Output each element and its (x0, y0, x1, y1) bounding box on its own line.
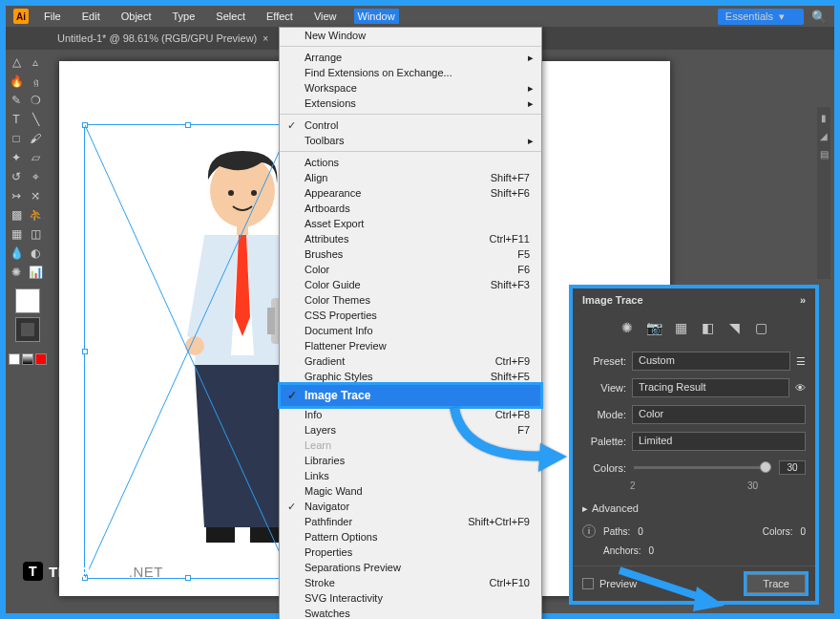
preset-lowcolor-icon[interactable]: ▦ (672, 319, 689, 336)
selection-tool[interactable]: △ (8, 53, 25, 71)
menu-color-guide[interactable]: Color GuideShift+F3 (280, 277, 541, 292)
gradient-tool[interactable]: ◫ (27, 225, 44, 243)
menu-svg-interactivity[interactable]: SVG Interactivity (280, 590, 541, 606)
rotate-tool[interactable]: ↺ (8, 168, 25, 185)
preset-select[interactable]: Custom (632, 352, 790, 371)
slider-knob[interactable] (760, 461, 771, 473)
menu-view[interactable]: View (310, 9, 341, 24)
mode-color[interactable] (9, 353, 20, 365)
shaper-tool[interactable]: ✦ (8, 149, 25, 166)
palette-select[interactable]: Limited (632, 432, 806, 451)
menu-properties[interactable]: Properties (280, 544, 541, 560)
close-tab-icon[interactable]: × (262, 33, 268, 44)
preset-bw-icon[interactable]: ◥ (725, 319, 743, 336)
checkbox-icon[interactable] (582, 578, 594, 589)
rectangle-tool[interactable]: □ (8, 130, 25, 147)
column-graph-tool[interactable]: 📊 (27, 264, 44, 281)
menu-align[interactable]: AlignShift+F7 (280, 170, 541, 185)
scale-tool[interactable]: ⌖ (27, 168, 44, 185)
paintbrush-tool[interactable]: 🖌 (27, 130, 44, 147)
preset-auto-icon[interactable]: ✺ (619, 319, 636, 336)
menu-separations-preview[interactable]: Separations Preview (280, 560, 541, 575)
menu-swatches[interactable]: Swatches (280, 606, 541, 619)
menu-css-properties[interactable]: CSS Properties (280, 308, 541, 323)
menu-gradient[interactable]: GradientCtrl+F9 (280, 353, 541, 369)
free-transform-tool[interactable]: ⤨ (27, 187, 44, 204)
width-tool[interactable]: ↣ (8, 187, 25, 204)
menu-pattern-options[interactable]: Pattern Options (280, 529, 541, 544)
menu-brushes[interactable]: BrushesF5 (280, 246, 541, 262)
menu-actions[interactable]: Actions (280, 155, 541, 170)
symbol-sprayer-tool[interactable]: ✺ (8, 264, 25, 281)
eyedropper-tool[interactable]: 💧 (8, 245, 25, 262)
view-select[interactable]: Tracing Result (632, 378, 789, 397)
eye-icon[interactable]: 👁 (795, 382, 806, 394)
preset-outline-icon[interactable]: ▢ (752, 319, 769, 336)
menu-magic-wand[interactable]: Magic Wand (280, 483, 541, 499)
menu-workspace[interactable]: Workspace (280, 80, 541, 96)
menu-color-themes[interactable]: Color Themes (280, 292, 541, 308)
panel-header[interactable]: Image Trace » (573, 288, 815, 311)
menu-color[interactable]: ColorF6 (280, 262, 541, 277)
menu-control[interactable]: Control (280, 117, 541, 133)
selection-box (84, 124, 292, 579)
preset-photo-icon[interactable]: 📷 (645, 319, 662, 336)
menu-toolbars[interactable]: Toolbars (280, 133, 541, 148)
menu-arrange[interactable]: Arrange (280, 50, 541, 65)
magic-wand-tool[interactable]: 🔥 (8, 73, 25, 90)
strip-icon[interactable]: ▤ (820, 149, 829, 160)
menu-document-info[interactable]: Document Info (280, 323, 541, 338)
menu-type[interactable]: Type (169, 9, 200, 24)
eraser-tool[interactable]: ▱ (27, 149, 44, 166)
workspace-switcher[interactable]: Essentials (718, 9, 804, 25)
strip-icon[interactable]: ◢ (820, 131, 828, 141)
direct-selection-tool[interactable]: ▵ (27, 53, 44, 71)
trace-button[interactable]: Trace (746, 574, 806, 593)
search-icon[interactable]: 🔍 (811, 10, 827, 24)
curvature-tool[interactable]: ❍ (27, 92, 44, 109)
mode-select[interactable]: Color (632, 405, 806, 424)
shape-builder-tool[interactable]: ▩ (8, 206, 25, 224)
menu-pathfinder[interactable]: PathfinderShift+Ctrl+F9 (280, 514, 541, 529)
svg-line-11 (620, 570, 705, 599)
mode-none[interactable] (35, 353, 47, 365)
menu-flattener-preview[interactable]: Flattener Preview (280, 338, 541, 353)
menu-stroke[interactable]: StrokeCtrl+F10 (280, 575, 541, 590)
menu-effect[interactable]: Effect (262, 9, 297, 24)
watermark-icon: T (23, 562, 43, 581)
menu-attributes[interactable]: AttributesCtrl+F11 (280, 231, 541, 246)
advanced-toggle[interactable]: Advanced (573, 497, 815, 521)
lasso-tool[interactable]: 𝔤 (27, 73, 44, 90)
mesh-tool[interactable]: ▦ (8, 225, 25, 243)
preset-row: Preset: Custom ☰ (573, 348, 815, 374)
mode-gradient[interactable] (22, 353, 33, 365)
menu-artboards[interactable]: Artboards (280, 201, 541, 216)
preset-grayscale-icon[interactable]: ◧ (699, 319, 716, 336)
line-tool[interactable]: ╲ (27, 111, 44, 128)
menu-extensions[interactable]: Extensions (280, 96, 541, 111)
menu-bar: File Edit Object Type Select Effect View… (40, 9, 718, 24)
colors-value[interactable]: 30 (779, 460, 806, 475)
menu-appearance[interactable]: AppearanceShift+F6 (280, 185, 541, 201)
blend-tool[interactable]: ◐ (27, 245, 44, 262)
strip-icon[interactable]: ▮ (821, 113, 827, 123)
menu-graphic-styles[interactable]: Graphic StylesShift+F5 (280, 369, 541, 384)
type-tool[interactable]: T (8, 111, 25, 128)
menu-navigator[interactable]: Navigator (280, 499, 541, 514)
menu-asset-export[interactable]: Asset Export (280, 216, 541, 231)
perspective-tool[interactable]: ⛹ (27, 206, 44, 224)
menu-window[interactable]: Window (354, 9, 399, 24)
menu-edit[interactable]: Edit (78, 9, 104, 24)
menu-file[interactable]: File (40, 9, 65, 24)
preset-menu-icon[interactable]: ☰ (796, 355, 806, 368)
colors-slider[interactable] (634, 466, 771, 469)
pen-tool[interactable]: ✎ (8, 92, 25, 109)
menu-find-extensions[interactable]: Find Extensions on Exchange... (280, 65, 541, 80)
menu-new-window[interactable]: New Window (280, 28, 541, 43)
fill-color[interactable] (15, 288, 40, 313)
menu-select[interactable]: Select (212, 9, 249, 24)
collapse-icon[interactable]: » (800, 294, 806, 306)
stroke-color[interactable] (15, 317, 40, 342)
menu-object[interactable]: Object (117, 9, 156, 24)
document-tab[interactable]: Untitled-1* @ 98.61% (RGB/GPU Preview) × (48, 29, 278, 48)
